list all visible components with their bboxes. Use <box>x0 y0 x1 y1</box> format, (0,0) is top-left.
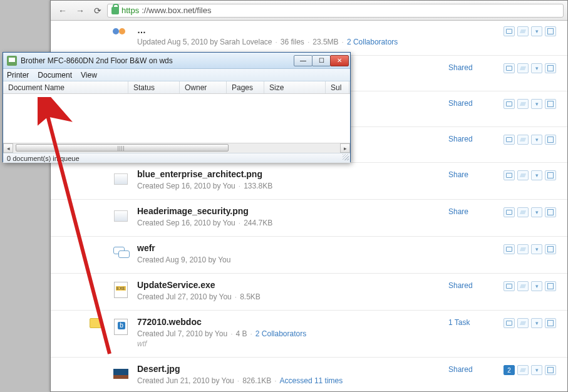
tag-action-icon[interactable] <box>517 63 529 73</box>
file-meta: Created Jun 21, 2010 by You·826.1KB·Acce… <box>137 376 448 385</box>
share-badge[interactable]: Share <box>448 169 492 179</box>
window-close-button[interactable] <box>330 55 349 66</box>
file-type-icon <box>111 25 131 45</box>
menu-printer[interactable]: Printer <box>7 71 29 80</box>
check-action-icon[interactable] <box>545 135 556 145</box>
share-badge[interactable]: 1 Task <box>448 317 492 327</box>
lock-icon <box>111 7 119 14</box>
down-action-icon[interactable] <box>531 63 542 73</box>
share-badge[interactable]: Shared <box>448 133 492 143</box>
nav-reload-button[interactable]: ⟳ <box>90 4 106 18</box>
file-row[interactable]: Desert.jpgCreated Jun 21, 2010 by You·82… <box>51 358 567 391</box>
tag-action-icon[interactable] <box>517 318 529 328</box>
file-meta: Created Sep 16, 2010 by You·133.8KB <box>137 182 448 190</box>
comment-action-icon[interactable] <box>503 135 515 145</box>
file-comment: wtf <box>137 339 448 348</box>
window-maximize-button[interactable] <box>312 55 331 66</box>
file-row[interactable]: …Updated Aug 5, 2010 by Sarah Lovelace·3… <box>51 21 567 56</box>
horizontal-scrollbar[interactable]: ◂ ▸ <box>3 143 350 153</box>
file-meta: Updated Aug 5, 2010 by Sarah Lovelace·36… <box>137 38 448 46</box>
comment-action-icon[interactable] <box>503 281 515 291</box>
down-action-icon[interactable] <box>531 244 542 254</box>
nav-back-button[interactable]: ← <box>54 4 71 18</box>
tag-action-icon[interactable] <box>517 135 529 145</box>
tag-action-icon[interactable] <box>517 170 529 180</box>
down-action-icon[interactable] <box>531 318 542 328</box>
file-row[interactable]: blue_enterprise_architect.pngCreated Sep… <box>51 163 567 200</box>
comment-action-icon[interactable] <box>503 26 515 36</box>
tag-action-icon[interactable] <box>517 244 529 254</box>
down-action-icon[interactable] <box>531 170 542 180</box>
omnibox[interactable]: https://www.box.net/files <box>107 4 564 18</box>
check-action-icon[interactable] <box>545 281 556 291</box>
url-protocol: https <box>121 6 139 15</box>
check-action-icon[interactable] <box>545 99 556 109</box>
file-row[interactable]: Headerimage_security.pngCreated Sep 16, … <box>51 200 567 237</box>
task-icon <box>90 318 102 328</box>
tag-action-icon[interactable] <box>517 365 529 375</box>
window-titlebar[interactable]: Brother MFC-8660DN 2nd Floor B&W on wds <box>3 53 350 69</box>
file-name[interactable]: … <box>137 25 448 35</box>
status-text: 0 document(s) in queue <box>7 155 80 162</box>
tag-action-icon[interactable] <box>517 281 529 291</box>
check-action-icon[interactable] <box>545 26 556 36</box>
menu-document[interactable]: Document <box>38 71 72 80</box>
comment-action-icon[interactable] <box>503 170 515 180</box>
share-badge[interactable]: Shared <box>448 364 492 374</box>
down-action-icon[interactable] <box>531 26 542 36</box>
column-document-name[interactable]: Document Name <box>3 81 128 93</box>
check-action-icon[interactable] <box>545 63 556 73</box>
file-name[interactable]: Desert.jpg <box>137 364 448 374</box>
tag-action-icon[interactable] <box>517 99 529 109</box>
column-owner[interactable]: Owner <box>180 81 227 93</box>
file-name[interactable]: wefr <box>137 243 448 253</box>
file-row[interactable]: 772010.webdocCreated Jul 7, 2010 by You·… <box>51 311 567 358</box>
file-name[interactable]: blue_enterprise_architect.png <box>137 169 448 179</box>
column-headers: Document NameStatusOwnerPagesSizeSul <box>3 81 350 94</box>
file-details: Headerimage_security.pngCreated Sep 16, … <box>137 206 448 227</box>
share-badge[interactable]: Shared <box>448 62 492 72</box>
share-badge[interactable]: Shared <box>448 98 492 108</box>
column-sul[interactable]: Sul <box>326 81 349 93</box>
check-action-icon[interactable] <box>545 365 556 375</box>
share-badge[interactable]: Shared <box>448 280 492 290</box>
window-buttons <box>294 55 350 66</box>
file-name[interactable]: 772010.webdoc <box>137 317 448 327</box>
scroll-track[interactable] <box>13 143 340 153</box>
scroll-left-button[interactable]: ◂ <box>3 143 13 153</box>
file-row[interactable]: UpdateService.exeCreated Jul 27, 2010 by… <box>51 274 567 311</box>
down-action-icon[interactable] <box>531 281 542 291</box>
down-action-icon[interactable] <box>531 365 542 375</box>
file-row[interactable]: wefrCreated Aug 9, 2010 by You <box>51 237 567 274</box>
window-minimize-button[interactable] <box>294 55 312 66</box>
down-action-icon[interactable] <box>531 99 542 109</box>
share-badge <box>448 25 492 26</box>
file-details: …Updated Aug 5, 2010 by Sarah Lovelace·3… <box>137 25 448 46</box>
scroll-right-button[interactable]: ▸ <box>340 143 350 153</box>
check-action-icon[interactable] <box>545 244 556 254</box>
resize-grip-icon[interactable] <box>343 154 349 160</box>
nav-forward-button[interactable]: → <box>72 4 88 18</box>
check-action-icon[interactable] <box>545 170 556 180</box>
file-name[interactable]: Headerimage_security.png <box>137 206 448 216</box>
tag-action-icon[interactable] <box>517 26 529 36</box>
tag-action-icon[interactable] <box>517 207 529 217</box>
file-name[interactable]: UpdateService.exe <box>137 280 448 290</box>
down-action-icon[interactable] <box>531 207 542 217</box>
comment-action-icon[interactable] <box>503 244 515 254</box>
scroll-thumb[interactable] <box>16 144 229 152</box>
comment-action-icon[interactable] <box>503 318 515 328</box>
comment-action-icon[interactable] <box>503 63 515 73</box>
comment-action-icon[interactable] <box>503 99 515 109</box>
file-details: Desert.jpgCreated Jun 21, 2010 by You·82… <box>137 364 448 385</box>
comment-count-badge[interactable]: 2 <box>503 365 515 375</box>
column-status[interactable]: Status <box>128 81 180 93</box>
check-action-icon[interactable] <box>545 207 556 217</box>
down-action-icon[interactable] <box>531 135 542 145</box>
comment-action-icon[interactable] <box>503 207 515 217</box>
check-action-icon[interactable] <box>545 318 556 328</box>
column-pages[interactable]: Pages <box>227 81 264 93</box>
menu-view[interactable]: View <box>81 71 97 80</box>
column-size[interactable]: Size <box>264 81 326 93</box>
share-badge[interactable]: Share <box>448 206 492 216</box>
